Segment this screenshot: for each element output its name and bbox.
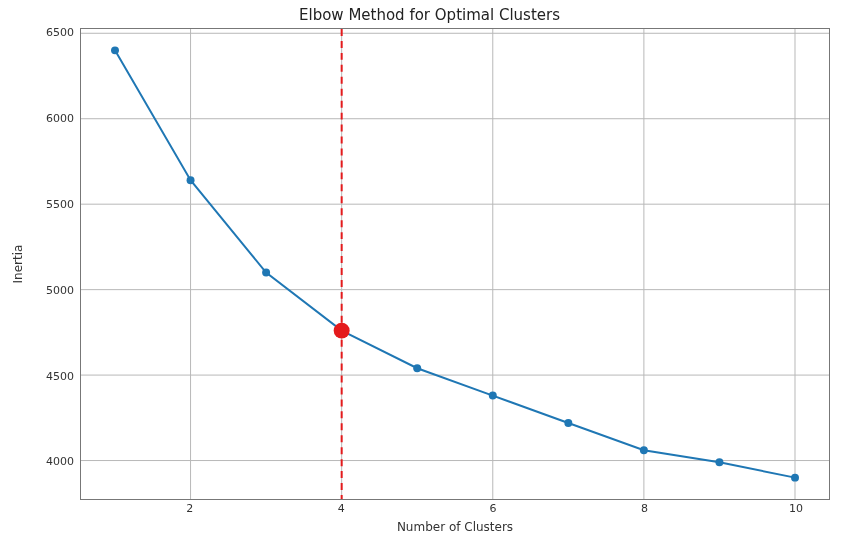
x-tick-label: 6: [489, 502, 496, 515]
x-tick-label: 4: [338, 502, 345, 515]
y-tick-label: 4000: [46, 455, 74, 468]
y-tick-label: 4500: [46, 369, 74, 382]
data-point: [489, 392, 497, 400]
data-point: [640, 446, 648, 454]
y-axis-label: Inertia: [11, 245, 25, 284]
data-point: [111, 46, 119, 54]
data-point: [413, 364, 421, 372]
inertia-line: [115, 50, 795, 477]
y-tick-label: 5500: [46, 197, 74, 210]
x-tick-label: 10: [789, 502, 803, 515]
elbow-point: [334, 323, 350, 339]
plot-area: [80, 28, 830, 500]
data-point: [791, 474, 799, 482]
y-tick-label: 5000: [46, 283, 74, 296]
chart-title: Elbow Method for Optimal Clusters: [0, 6, 859, 24]
data-point: [187, 176, 195, 184]
data-point: [715, 458, 723, 466]
x-axis-label: Number of Clusters: [80, 520, 830, 534]
data-point: [262, 269, 270, 277]
plot-svg: [81, 29, 829, 499]
data-point: [564, 419, 572, 427]
x-tick-label: 8: [641, 502, 648, 515]
elbow-chart: Elbow Method for Optimal Clusters 246810…: [0, 0, 859, 547]
x-tick-label: 2: [186, 502, 193, 515]
y-tick-label: 6000: [46, 112, 74, 125]
y-tick-label: 6500: [46, 26, 74, 39]
